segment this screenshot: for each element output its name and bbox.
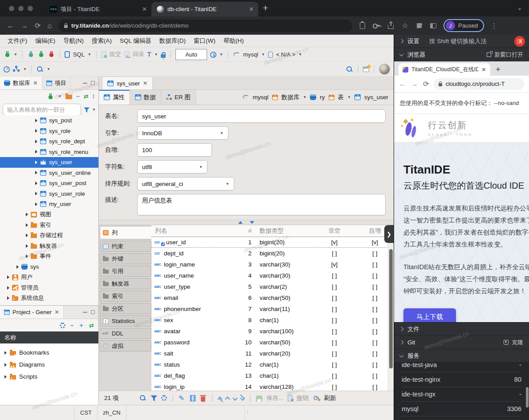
settings-gear-icon[interactable] [161,395,167,401]
close-tab-icon[interactable]: ✕ [249,6,254,12]
refresh-icon[interactable]: ⟳ [313,394,320,402]
disconnect-icon[interactable] [27,51,34,58]
auto-increment-input[interactable]: 100 [137,143,212,157]
side-tab[interactable]: 列 [100,226,152,239]
subtab-er-diagram[interactable]: ER 图 [161,90,196,105]
refresh-label[interactable]: 刷新 [324,394,336,402]
column-notnull-cell[interactable]: [v] [313,261,356,268]
tree-item[interactable]: sys_user_post [0,178,98,189]
side-tab[interactable]: Statistics [100,315,151,327]
table-scrollbar[interactable] [388,225,394,391]
new-tab-button[interactable]: + [496,65,501,74]
tree-item[interactable]: sys [0,262,98,272]
tree-item[interactable]: my_user [0,199,98,210]
column-row[interactable]: ABCuser_name4varchar(30)[ ][ ] [151,270,394,281]
forward-icon[interactable]: → [21,22,28,29]
lock-mode-icon[interactable] [161,54,166,58]
rollback-label[interactable]: 回滚 [133,50,144,58]
close-tab-icon[interactable]: ✕ [143,80,147,86]
sync-icon[interactable]: ⇄ [89,322,94,329]
minimize-panel-icon[interactable] [83,82,87,84]
expand-icon[interactable]: ＋ [78,321,84,329]
menu-item[interactable]: SQL 编辑器 [116,35,155,47]
tab-databases[interactable]: 数据库 ✕ [0,77,42,89]
extensions-icon[interactable] [417,23,422,28]
service-row[interactable]: ide-test-java- [402,363,521,372]
service-row[interactable]: ide-test-ngx- [402,387,521,402]
splitter[interactable] [99,220,394,225]
window-controls[interactable] [0,0,45,16]
collapse-all-icon[interactable]: − [76,93,80,100]
filter-chevron-icon[interactable]: ▼ [92,108,96,112]
breadcrumb-engine[interactable]: mysql [253,94,269,101]
expand-panel-chevron[interactable]: ❯ [384,225,394,243]
column-row[interactable]: ABClogin_ip14varchar(128)[ ][ ] [151,381,394,391]
history-chevron-icon[interactable]: ▼ [220,52,223,57]
download-button[interactable]: 马上下载 [403,308,456,322]
column-header[interactable]: 列名 [151,227,212,235]
git-section-row[interactable]: Git 克隆 [394,336,529,349]
tab-search-chevron-icon[interactable]: ⌄ [517,5,529,16]
engine-chevron-icon[interactable]: ▼ [261,52,265,57]
column-row[interactable]: ABCavatar9varchar(100)[ ][ ] [151,326,394,337]
address-bar[interactable]: try.titanide.cn/ide/web/coding/db-client… [58,20,352,32]
minimize-panel-icon[interactable] [83,311,87,313]
breadcrumb-chevron-icon[interactable]: ▼ [303,95,306,99]
collapse-icon[interactable]: − [70,322,74,329]
column-notnull-cell[interactable]: [ ] [313,339,356,346]
save-label[interactable]: 保存... [266,394,283,402]
side-tab[interactable]: 引用 [100,266,151,277]
back-icon[interactable]: ← [7,22,14,29]
editor-tab-sys-user[interactable]: sys_user ✕ [102,77,153,89]
link-editor-icon[interactable]: ⇄ [84,93,89,100]
project-item[interactable]: Diagrams [0,359,98,371]
browser-section-row[interactable]: 浏览器 新窗口打开 [394,48,529,61]
scrollbar-thumb[interactable] [526,387,529,408]
connect-chevron-icon[interactable]: ▼ [14,52,17,57]
description-textarea[interactable]: 用户信息表 [137,194,386,215]
password-key-icon[interactable] [373,23,380,31]
go-first-icon[interactable] [218,396,223,401]
project-item[interactable]: Scripts [0,371,98,383]
side-tab[interactable]: 约束 [100,241,151,252]
search-chevron-icon[interactable]: ▼ [47,67,50,71]
browser-tab-project[interactable]: <t> 项目 - TitanIDE ✕ [45,2,151,16]
tree-item[interactable]: sys_role_dept [0,136,98,147]
save-icon[interactable] [256,396,262,402]
column-notnull-cell[interactable]: [ ] [313,317,356,323]
reconnect-icon[interactable] [37,51,45,58]
breadcrumb-db-label[interactable]: 数据库 [281,93,300,101]
close-tab-icon[interactable]: ✕ [481,66,486,73]
column-notnull-cell[interactable]: [ ] [313,272,356,279]
close-tab-icon[interactable]: ✕ [142,6,147,12]
tree-item[interactable]: sys_user_online [0,168,98,178]
side-tab[interactable]: DDL [100,328,151,339]
column-notnull-cell[interactable]: [ ] [313,250,356,257]
column-row[interactable]: ABCdel_flag13char(1)[ ][ ] [151,370,394,381]
global-search-icon[interactable] [346,66,353,73]
column-header[interactable]: 非空 [313,227,356,235]
table-filter-input[interactable]: 输入表格名称的一部分 [3,104,81,116]
scrollbar-thumb[interactable] [389,249,393,368]
breadcrumb-table-name[interactable]: sys_user [364,94,388,101]
reload-icon[interactable]: ⟳ [35,22,41,29]
column-notnull-cell[interactable]: [ ] [313,328,356,335]
transaction-chevron-icon[interactable]: ▼ [154,52,158,57]
menu-item[interactable]: 搜索(A) [88,35,116,47]
auto-commit-select[interactable]: Auto [175,49,207,60]
tree-item[interactable]: sys_role [0,126,98,137]
column-notnull-cell[interactable]: [ ] [313,306,356,312]
engine-select[interactable]: mysql [243,51,258,58]
go-last-icon[interactable] [240,396,245,400]
filter-icon[interactable] [151,395,157,402]
column-notnull-cell[interactable]: [ ] [313,350,356,357]
column-row[interactable]: ABCemail6varchar(50)[ ][ ] [151,292,394,303]
menu-item[interactable]: 窗口(W) [190,35,220,47]
column-row[interactable]: ABCphonenumber7varchar(11)[ ][ ] [151,303,394,315]
breadcrumb-table-label[interactable]: 表 [338,93,344,101]
menu-item[interactable]: 数据库(D) [155,35,190,47]
column-notnull-cell[interactable]: [v] [313,239,356,246]
filter-icon[interactable] [84,107,90,113]
side-tab[interactable]: 触发器 [100,278,151,289]
tree-item[interactable]: 存储过程 [0,230,98,241]
